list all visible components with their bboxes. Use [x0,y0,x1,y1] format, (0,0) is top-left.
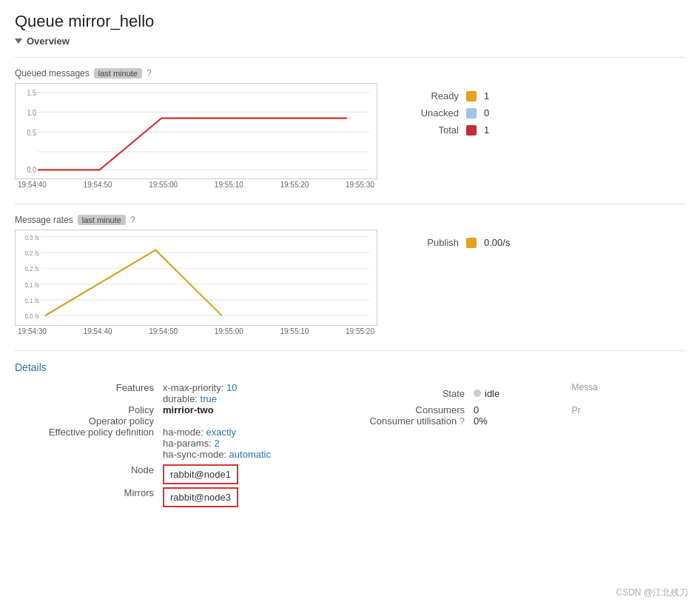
svg-text:0.0: 0.0 [27,165,36,174]
queued-messages-x-axis: 19:54:40 19:54:50 19:55:00 19:55:10 19:5… [15,181,377,189]
svg-text:0.2 /s: 0.2 /s [24,266,38,273]
mirrors-box: rabbit@node3 [163,487,238,507]
stat-label-publish: Publish [407,237,459,248]
stat-value-publish: 0.00/s [484,237,510,248]
svg-text:0.0 /s: 0.0 /s [24,313,38,320]
policy-val: mirrior-two [163,404,355,415]
svg-text:0.1 /s: 0.1 /s [24,298,38,304]
queued-messages-help[interactable]: ? [147,68,152,78]
effective-policy-val: ha-mode: exactly ha-params: 2 ha-sync-mo… [163,427,355,460]
state-dot-icon [474,390,481,397]
stat-row-ready: Ready 1 [407,90,489,101]
message-rates-badge[interactable]: last minute [78,215,126,225]
total-color-box [466,125,477,136]
consumer-utilisation-key: Consumer utilisation ? [355,415,474,427]
stat-label-total: Total [407,124,459,136]
svg-text:1.5: 1.5 [27,89,36,98]
consumer-utilisation-help[interactable]: ? [460,415,465,427]
message-rates-x-axis: 19:54:30 19:54:40 19:54:50 19:55:00 19:5… [15,327,377,335]
unacked-color-box [466,108,477,118]
queued-messages-badge[interactable]: last minute [94,68,142,78]
svg-text:0.5: 0.5 [27,128,36,137]
details-divider [15,350,685,351]
overview-toggle[interactable]: Overview [15,36,685,47]
svg-text:1.0: 1.0 [27,108,36,117]
overview-label: Overview [27,36,70,47]
queued-messages-label: Queued messages last minute ? [15,68,685,78]
features-key: Features [15,382,163,404]
stat-row-publish: Publish 0.00/s [407,237,510,248]
message-rates-chart: 0.3 /s 0.2 /s 0.2 /s 0.1 /s 0.1 /s 0.0 /… [15,230,377,326]
stat-row-total: Total 1 [407,124,489,136]
overview-divider [15,57,685,58]
details-row-mirrors: Mirrors rabbit@node3 [15,484,685,507]
mirrors-key: Mirrors [15,484,163,507]
state-val: idle [474,382,559,404]
node-box: rabbit@node1 [163,464,238,484]
message-rates-row: 0.3 /s 0.2 /s 0.2 /s 0.1 /s 0.1 /s 0.0 /… [15,230,685,335]
node-val: rabbit@node1 [163,460,355,484]
consumer-utilisation-val: 0% [474,415,559,427]
ready-color-box [466,91,477,101]
consumers-key: Consumers [355,404,474,415]
details-row-effective-policy: Effective policy definition ha-mode: exa… [15,427,685,460]
details-row-operator-policy: Operator policy Consumer utilisation ? 0… [15,415,685,427]
message-rates-svg: 0.3 /s 0.2 /s 0.2 /s 0.1 /s 0.1 /s 0.0 /… [16,230,377,325]
pr-label: Pr [559,404,685,415]
queued-messages-chart: 1.5 1.0 0.5 0.0 [15,83,377,179]
details-row-policy: Policy mirrior-two Consumers 0 Pr [15,404,685,415]
queued-messages-stats: Ready 1 Unacked 0 Total 1 [407,83,489,136]
message-rates-label: Message rates last minute ? [15,215,685,225]
state-key: State [355,382,474,404]
publish-color-box [466,238,477,248]
details-table: Features x-max-priority: 10 durable: tru… [15,382,685,507]
policy-key: Policy [15,404,163,415]
stat-value-ready: 1 [484,90,489,101]
mirrors-val: rabbit@node3 [163,484,355,507]
message-rates-stats: Publish 0.00/s [407,230,510,248]
features-val: x-max-priority: 10 durable: true [163,382,355,404]
svg-text:0.2 /s: 0.2 /s [24,250,38,257]
message-rates-help[interactable]: ? [130,215,135,225]
stat-value-unacked: 0 [484,107,489,118]
details-row-features: Features x-max-priority: 10 durable: tru… [15,382,685,404]
svg-text:0.3 /s: 0.3 /s [24,235,38,241]
consumers-val: 0 [474,404,559,415]
operator-policy-key: Operator policy [15,415,163,427]
svg-text:0.1 /s: 0.1 /s [24,282,38,289]
operator-policy-val [163,415,355,427]
node-key: Node [15,460,163,484]
details-title: Details [15,361,685,373]
message-rates-chart-wrapper: 0.3 /s 0.2 /s 0.2 /s 0.1 /s 0.1 /s 0.0 /… [15,230,377,335]
effective-policy-key: Effective policy definition [15,427,163,460]
stat-label-ready: Ready [407,90,459,101]
messa-label: Messa [559,382,685,404]
details-section: Details Features x-max-priority: 10 dura… [15,361,685,507]
stat-row-unacked: Unacked 0 [407,107,489,118]
stat-value-total: 1 [484,124,489,136]
overview-collapse-icon [15,39,22,44]
stat-label-unacked: Unacked [407,107,459,118]
msg-rates-divider [15,204,685,204]
details-row-node: Node rabbit@node1 [15,460,685,484]
queued-messages-row: 1.5 1.0 0.5 0.0 19:54:40 19:54:50 19:55:… [15,83,685,189]
queued-messages-chart-wrapper: 1.5 1.0 0.5 0.0 19:54:40 19:54:50 19:55:… [15,83,377,189]
page-title: Queue mirror_hello [15,12,685,31]
queued-messages-svg: 1.5 1.0 0.5 0.0 [16,84,377,178]
